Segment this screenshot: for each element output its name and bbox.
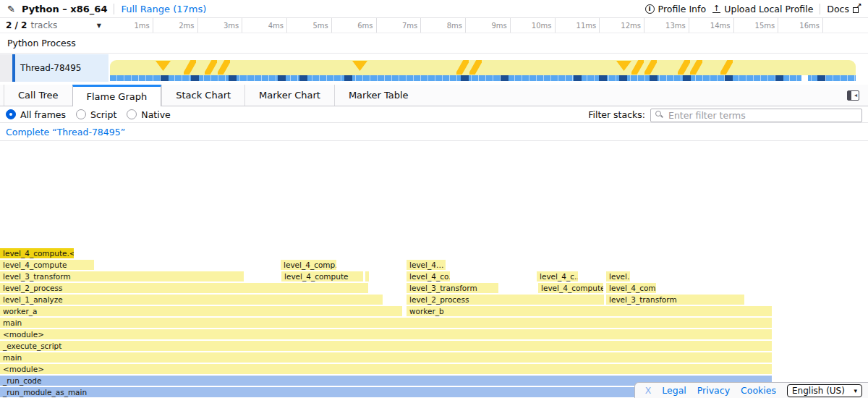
flame-frame[interactable]: worker_b <box>407 306 772 316</box>
tab-call-tree[interactable]: Call Tree <box>4 85 72 106</box>
tab-marker-table[interactable]: Marker Table <box>334 85 422 106</box>
header-divider <box>820 4 820 14</box>
footer-link-x[interactable]: X <box>645 385 652 396</box>
radio-dot-icon <box>127 109 137 119</box>
thread-track-label[interactable]: Thread-78495 <box>15 54 109 82</box>
ruler-tick: 12ms <box>600 18 644 33</box>
radio-native[interactable]: Native <box>127 109 170 120</box>
flame-frame[interactable]: level_4… <box>407 260 446 270</box>
flame-frame[interactable]: level_1_analyze <box>0 295 383 305</box>
profile-info-button[interactable]: i Profile Info <box>645 4 707 14</box>
header-divider <box>114 4 114 14</box>
flame-frame[interactable]: level_3_transform <box>0 271 244 281</box>
ruler-tick: 5ms <box>287 18 332 33</box>
sample-dark-segment <box>229 75 237 81</box>
sample-dark-segment <box>683 75 691 81</box>
sample-dark-segment <box>775 75 783 81</box>
radio-script[interactable]: Script <box>76 109 116 120</box>
upload-local-profile-button[interactable]: ↑ Upload Local Profile <box>712 4 813 14</box>
tab-marker-chart[interactable]: Marker Chart <box>244 85 334 106</box>
sample-dark-segment <box>161 75 169 81</box>
sample-dark-segment <box>278 75 286 81</box>
docs-button[interactable]: Docs ↗ <box>827 4 861 14</box>
ruler-tick: 16ms <box>778 18 823 33</box>
profile-info-label: Profile Info <box>658 4 707 14</box>
footer-links: XLegalPrivacyCookies <box>645 385 776 396</box>
sample-dark-segment <box>619 75 627 81</box>
flame-frame[interactable]: level_4_c… <box>537 271 578 281</box>
frame-filter-radios: All framesScriptNative <box>6 109 171 120</box>
flame-frame[interactable]: <module> <box>0 364 772 374</box>
panel-tabbar: Call TreeFlame GraphStack ChartMarker Ch… <box>0 85 868 106</box>
search-icon <box>655 111 661 117</box>
tab-flame-graph[interactable]: Flame Graph <box>72 85 162 106</box>
footer-link-cookies[interactable]: Cookies <box>741 385 776 396</box>
radio-dot-icon <box>76 109 86 119</box>
flame-frame[interactable]: <module> <box>0 329 772 339</box>
sample-dark-segment <box>574 75 582 81</box>
breadcrumb-complete-range[interactable]: Complete “Thread-78495” <box>6 127 125 137</box>
footer-link-privacy[interactable]: Privacy <box>697 385 730 396</box>
flame-frame[interactable]: level_3_transform <box>606 295 744 305</box>
flame-frame[interactable]: _execute_script <box>0 341 772 351</box>
filter-stacks-input[interactable] <box>650 109 862 122</box>
ruler-tick: 2ms <box>153 18 198 33</box>
radio-dot-icon <box>6 109 16 119</box>
sample-dark-segment <box>299 75 307 81</box>
radio-all-frames[interactable]: All frames <box>6 109 66 120</box>
thread-track: Thread-78495 <box>0 54 868 82</box>
language-value: English (US) <box>792 386 845 396</box>
flame-frame[interactable]: level_3_transform <box>407 283 498 293</box>
flame-frame[interactable]: level_4_com… <box>606 283 656 293</box>
process-track-header[interactable]: Python Process <box>0 33 868 54</box>
thread-track-gutter <box>0 54 12 82</box>
flame-frame[interactable]: level_4_compute <box>0 260 94 270</box>
flame-frame[interactable] <box>365 271 369 281</box>
ruler-tick: 1ms <box>109 18 153 33</box>
tracks-word: tracks <box>30 20 57 30</box>
sample-dark-segment <box>344 75 352 81</box>
sidebar-toggle-icon[interactable]: ◂ <box>847 90 859 101</box>
flame-frame[interactable]: level… <box>606 271 630 281</box>
tracks-visibility-dropdown[interactable]: 2 / 2 tracks ▼ <box>0 18 109 33</box>
profiler-window: ✎ Python – x86_64 Full Range (17ms) i Pr… <box>0 0 868 398</box>
flame-frame[interactable]: level_4_compute <box>538 283 603 293</box>
flame-frame[interactable]: main <box>0 352 772 363</box>
thread-activity-graph[interactable] <box>109 54 868 82</box>
flame-frame[interactable]: worker_a <box>0 306 402 316</box>
edit-profile-name-icon[interactable]: ✎ <box>7 4 15 14</box>
thread-name: Thread-78495 <box>20 63 81 73</box>
flame-frame[interactable]: level_2_process <box>0 283 368 293</box>
ruler-tick: 13ms <box>644 18 689 33</box>
upload-label: Upload Local Profile <box>724 4 813 14</box>
sample-gap <box>801 75 808 81</box>
sample-dark-segment <box>191 75 199 81</box>
sample-dark-segment <box>650 75 658 81</box>
process-label: Python Process <box>7 38 76 48</box>
flame-frame[interactable]: main <box>0 318 772 328</box>
ruler-tick: 15ms <box>734 18 779 33</box>
ruler-tick: 11ms <box>556 18 600 33</box>
radio-label: Script <box>90 109 116 120</box>
sample-strip <box>110 75 856 81</box>
language-select[interactable]: English (US) ▾ <box>787 384 862 397</box>
footer-bar: XLegalPrivacyCookies English (US) ▾ <box>634 382 868 398</box>
flame-frame[interactable]: level_4_compute.<l… <box>0 248 74 258</box>
radio-label: Native <box>141 109 170 120</box>
tab-stack-chart[interactable]: Stack Chart <box>161 85 244 106</box>
flame-frame[interactable]: level_4_comp… <box>281 260 336 270</box>
upload-icon: ↑ <box>712 5 720 13</box>
timeline-ruler: 1ms2ms3ms4ms5ms6ms7ms8ms9ms10ms11ms12ms1… <box>0 18 868 33</box>
ruler-tick: 7ms <box>377 18 422 33</box>
footer-link-legal[interactable]: Legal <box>662 385 686 396</box>
profile-title: Python – x86_64 <box>22 4 108 14</box>
flame-frame[interactable]: level_2_process <box>407 295 604 305</box>
radio-label: All frames <box>20 109 66 120</box>
full-range-button[interactable]: Full Range (17ms) <box>121 4 206 14</box>
ruler-tick: 4ms <box>242 18 287 33</box>
ruler-tick: 10ms <box>511 18 556 33</box>
ruler-ticks: 1ms2ms3ms4ms5ms6ms7ms8ms9ms10ms11ms12ms1… <box>0 18 868 33</box>
flame-frame[interactable]: level_4_compute <box>281 271 363 281</box>
flame-frame[interactable]: level_4_co… <box>407 271 450 281</box>
top-header: ✎ Python – x86_64 Full Range (17ms) i Pr… <box>0 0 868 18</box>
